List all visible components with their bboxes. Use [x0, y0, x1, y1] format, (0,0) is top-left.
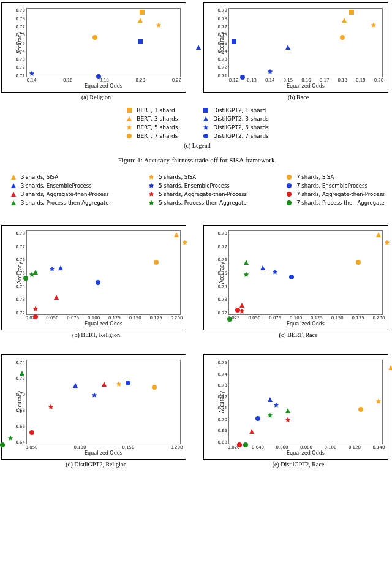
legend-item: 5 shards, EnsembleProcess — [148, 182, 247, 189]
data-point — [249, 426, 255, 432]
svg-point-80 — [237, 442, 242, 447]
svg-point-23 — [203, 134, 208, 138]
ytick: 0.78 — [217, 231, 229, 236]
legend-marker-icon — [285, 182, 293, 189]
data-point — [273, 400, 279, 406]
ytick: 0.72 — [15, 376, 27, 381]
xtick: 0.100 — [74, 444, 86, 450]
svg-point-3 — [92, 35, 97, 40]
svg-point-7 — [96, 74, 101, 79]
svg-rect-20 — [203, 108, 208, 113]
svg-marker-82 — [267, 412, 273, 417]
caption-race: (b) Race — [203, 94, 392, 100]
data-point — [23, 273, 29, 279]
legend-marker-icon — [10, 191, 17, 198]
svg-marker-37 — [183, 240, 188, 245]
xtick: 0.15 — [284, 77, 293, 83]
svg-point-33 — [287, 183, 292, 188]
ytick: 0.73 — [15, 297, 27, 302]
svg-marker-2 — [156, 23, 162, 28]
figure1-title: Figure 1: Accuracy-fairness trade-off fo… — [1, 156, 392, 164]
legend-marker-icon — [10, 199, 17, 207]
data-point — [29, 427, 35, 433]
legend-label: 7 shards, Aggregate-then-Process — [296, 191, 385, 197]
svg-marker-46 — [29, 271, 34, 276]
xtick: 0.17 — [320, 77, 330, 83]
legend-item: 7 shards, EnsembleProcess — [285, 182, 385, 189]
svg-marker-78 — [249, 429, 254, 434]
xtick: 0.140 — [372, 444, 385, 450]
xlabel: Equalized Odds — [85, 450, 123, 456]
legend-marker-icon — [126, 124, 133, 131]
data-point — [375, 396, 382, 402]
xtick: 0.19 — [356, 77, 366, 83]
svg-marker-72 — [388, 365, 392, 370]
caption-dg-race: (e) DistilGPT2, Race — [203, 461, 392, 468]
svg-marker-58 — [244, 271, 249, 276]
ytick: 0.74 — [217, 372, 229, 377]
ytick: 0.78 — [15, 231, 27, 236]
svg-marker-61 — [116, 382, 121, 387]
ytick: 0.75 — [217, 360, 229, 365]
data-point — [96, 71, 102, 77]
xtick: 0.20 — [135, 77, 145, 83]
data-point — [49, 264, 55, 270]
svg-marker-73 — [376, 399, 382, 404]
legend-marker-icon — [148, 173, 155, 181]
data-point — [349, 7, 355, 13]
data-point — [236, 439, 243, 446]
svg-marker-9 — [342, 18, 347, 23]
data-point — [255, 413, 261, 419]
svg-marker-30 — [149, 192, 154, 197]
ytick: 0.78 — [15, 17, 27, 21]
ytick: 0.78 — [217, 17, 229, 21]
ytick: 0.77 — [217, 25, 229, 29]
data-point — [355, 257, 361, 263]
svg-marker-17 — [127, 116, 132, 121]
data-point — [272, 267, 278, 273]
svg-point-68 — [29, 430, 34, 435]
data-point — [243, 269, 249, 275]
chart-religion: 0.710.720.730.740.750.760.770.780.790.14… — [1, 2, 186, 93]
data-point — [388, 362, 392, 368]
svg-rect-8 — [349, 10, 354, 15]
chart-bert-religion: 0.720.730.740.750.760.770.780.0250.0500.… — [1, 225, 186, 330]
svg-marker-39 — [58, 265, 63, 270]
ytick: 0.79 — [217, 8, 229, 13]
svg-rect-12 — [232, 39, 236, 44]
data-point — [173, 229, 179, 235]
svg-rect-16 — [127, 108, 132, 113]
svg-marker-13 — [285, 45, 290, 50]
ylabel: Accuracy — [219, 391, 225, 414]
data-point — [227, 314, 233, 320]
legend-label: 3 shards, SISA — [21, 174, 58, 180]
xtick: 0.200 — [372, 314, 385, 320]
xtick: 0.200 — [170, 444, 183, 450]
data-point — [29, 68, 35, 74]
ylabel: Accuracy — [219, 31, 225, 54]
legend-item: 3 shards, SISA — [10, 173, 109, 181]
svg-marker-57 — [244, 260, 249, 265]
svg-point-71 — [0, 442, 5, 447]
data-point — [151, 382, 157, 388]
svg-marker-76 — [273, 403, 279, 408]
svg-marker-21 — [203, 116, 208, 121]
data-point — [95, 277, 101, 283]
data-point — [0, 439, 6, 446]
data-point — [288, 271, 295, 278]
svg-point-53 — [289, 275, 294, 279]
xtick: 0.175 — [150, 314, 162, 320]
legend-marker-icon — [126, 132, 133, 140]
legend-label: 3 shards, Aggregate-then-Process — [21, 191, 109, 197]
svg-marker-79 — [285, 417, 291, 422]
chart-race: 0.710.720.730.740.750.760.770.780.790.12… — [203, 2, 388, 93]
ytick: 0.77 — [15, 25, 27, 29]
xtick: 0.050 — [46, 314, 58, 320]
legend-marker-icon — [148, 182, 155, 189]
data-point — [384, 237, 390, 243]
xtick: 0.150 — [122, 444, 134, 450]
svg-marker-25 — [11, 183, 16, 188]
ylabel: Accuracy — [17, 262, 23, 284]
caption-bert-religion: (b) BERT, Religion — [1, 332, 191, 338]
data-point — [285, 414, 291, 420]
